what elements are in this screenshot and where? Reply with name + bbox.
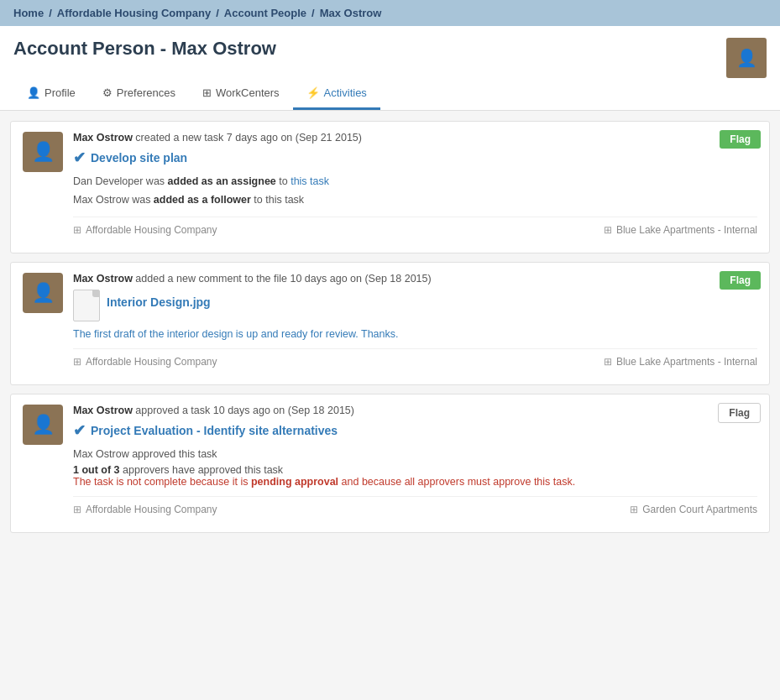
activity-body-2: Max Ostrow added a new comment to the fi… [73,273,757,368]
activity-card-2: Flag 👤 Max Ostrow added a new comment to… [10,262,770,385]
detail-1-1: Dan Developer was added as an assignee t… [73,174,757,190]
actor-3: Max Ostrow [73,405,133,416]
this-task-link-1[interactable]: this task [291,175,329,187]
avatar: 👤 [726,38,767,78]
task-title-link-3[interactable]: ✔ Project Evaluation - Identify site alt… [73,421,338,440]
activity-meta-3: Max Ostrow approved a task 10 days ago o… [73,405,757,416]
workcenters-icon: ⊞ [202,86,212,99]
comment-text-2: The first draft of the interior design i… [73,328,757,340]
activity-meta-2: Max Ostrow added a new comment to the fi… [73,273,757,285]
file-icon-2 [73,290,100,321]
tab-preferences[interactable]: ⚙ Preferences [89,78,189,110]
project-icon-2: ⊞ [604,356,612,368]
tab-workcenters-label: WorkCenters [216,86,280,99]
actor-1: Max Ostrow [73,132,133,144]
tab-activities-label: Activities [324,86,367,99]
checkmark-3: ✔ [73,421,86,440]
activity-header-3: 👤 Max Ostrow approved a task 10 days ago… [23,405,757,516]
task-title-link-1[interactable]: ✔ Develop site plan [73,149,187,167]
tab-profile-label: Profile [44,86,76,99]
company-icon-1: ⊞ [73,224,81,236]
action-1: created a new task [135,132,226,144]
activity-body-1: Max Ostrow created a new task 7 days ago… [73,132,757,236]
checkmark-1: ✔ [73,149,86,167]
footer-project-1: Blue Lake Apartments - Internal [616,224,757,236]
project-icon-3: ⊞ [630,504,638,515]
footer-company-3: Affordable Housing Company [86,504,217,515]
tab-activities[interactable]: ⚡ Activities [293,78,380,110]
preferences-icon: ⚙ [102,86,113,99]
activities-icon: ⚡ [306,86,320,99]
action-3: approved a task [135,405,212,416]
action-2: added a new comment to the file [135,273,290,285]
time-2: 10 days ago on (Sep 18 2015) [290,273,431,285]
avatar-3: 👤 [23,405,63,445]
company-icon-2: ⊞ [73,356,81,368]
company-icon-3: ⊞ [73,504,81,515]
activity-footer-2: ⊞ Affordable Housing Company ⊞ Blue Lake… [73,348,757,368]
tab-preferences-label: Preferences [117,86,175,99]
footer-company-2: Affordable Housing Company [86,356,217,368]
breadcrumb-bar: Home / Affordable Housing Company / Acco… [0,0,780,26]
flag-button-1[interactable]: Flag [720,130,761,149]
avatar-2: 👤 [23,273,63,313]
detail-1-2: Max Ostrow was added as a follower to th… [73,192,757,208]
breadcrumb-person[interactable]: Max Ostrow [320,7,382,19]
footer-left-3: ⊞ Affordable Housing Company [73,504,217,515]
activity-header-1: 👤 Max Ostrow created a new task 7 days a… [23,132,757,236]
activity-footer-3: ⊞ Affordable Housing Company ⊞ Garden Co… [73,496,757,515]
activity-body-3: Max Ostrow approved a task 10 days ago o… [73,405,757,516]
footer-project-2: Blue Lake Apartments - Internal [616,356,757,368]
pending-text-3: The task is not complete because it is p… [73,476,757,488]
activity-footer-1: ⊞ Affordable Housing Company ⊞ Blue Lake… [73,217,757,236]
footer-right-1: ⊞ Blue Lake Apartments - Internal [604,224,757,236]
task-title-1: Develop site plan [91,151,187,165]
file-icon-container-2: Interior Design.jpg [73,290,211,321]
activity-header-2: 👤 Max Ostrow added a new comment to the … [23,273,757,368]
approved-detail-3: Max Ostrow approved this task [73,447,757,462]
approvers-count-3: 1 out of 3 approvers have approved this … [73,464,757,476]
main-content: Flag 👤 Max Ostrow created a new task 7 d… [0,111,780,543]
time-1: 7 days ago on (Sep 21 2015) [227,132,362,144]
task-title-3: Project Evaluation - Identify site alter… [91,424,338,437]
breadcrumb-sep2: / [216,7,219,19]
breadcrumb-home[interactable]: Home [13,7,44,19]
tabs-bar: 👤 Profile ⚙ Preferences ⊞ WorkCenters ⚡ … [0,78,780,111]
page-title-bar: Account Person - Max Ostrow 👤 [0,26,780,78]
breadcrumb-sep1: / [49,7,52,19]
actor-2: Max Ostrow [73,273,133,285]
activity-meta-1: Max Ostrow created a new task 7 days ago… [73,132,757,144]
footer-left-1: ⊞ Affordable Housing Company [73,224,217,236]
footer-left-2: ⊞ Affordable Housing Company [73,356,217,368]
breadcrumb-company[interactable]: Affordable Housing Company [57,7,211,19]
activity-card-1: Flag 👤 Max Ostrow created a new task 7 d… [10,121,770,253]
file-link-2[interactable]: Interior Design.jpg [107,295,211,309]
footer-right-3: ⊞ Garden Court Apartments [630,504,757,515]
page-title: Account Person - Max Ostrow [13,38,276,70]
tab-workcenters[interactable]: ⊞ WorkCenters [189,78,293,110]
breadcrumb-sep3: / [311,7,315,19]
activity-card-3: Flag 👤 Max Ostrow approved a task 10 day… [10,394,770,534]
tab-profile[interactable]: 👤 Profile [13,78,89,110]
footer-right-2: ⊞ Blue Lake Apartments - Internal [604,356,757,368]
time-3: 10 days ago on (Sep 18 2015) [213,405,354,416]
flag-button-3[interactable]: Flag [718,403,761,423]
flag-button-2[interactable]: Flag [720,271,761,290]
profile-icon: 👤 [27,86,40,99]
breadcrumb-section[interactable]: Account People [224,7,306,19]
footer-company-1: Affordable Housing Company [86,224,217,236]
footer-project-3: Garden Court Apartments [642,504,757,515]
avatar-1: 👤 [23,132,63,172]
project-icon-1: ⊞ [604,224,612,236]
file-name-2: Interior Design.jpg [107,295,211,309]
